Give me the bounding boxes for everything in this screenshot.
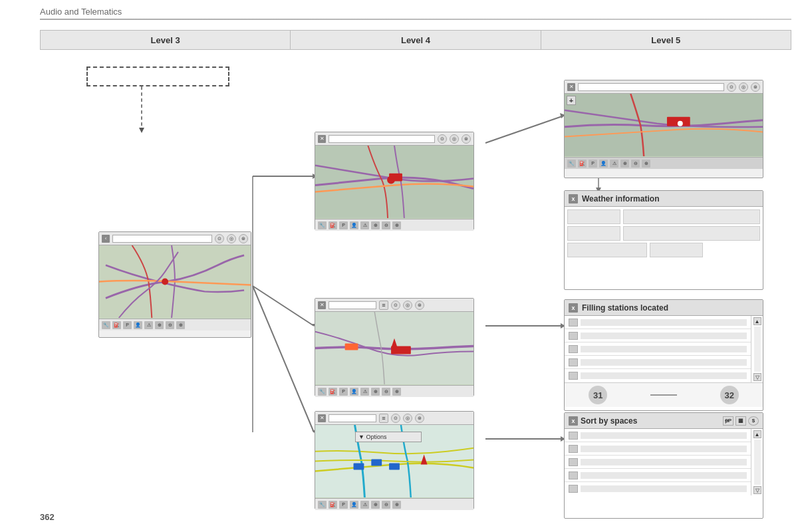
foot-icon5[interactable]: ⚠: [144, 321, 153, 329]
weather-cell5: [567, 243, 647, 257]
foot-icon1[interactable]: 🔧: [102, 321, 110, 329]
level4-mid-map-panel[interactable]: ✕ ≡ ⊙ ◎ ⊛ 🔧 ⛽ P 👤 ⚠ ⊕ ⊖ ⊕: [315, 298, 474, 396]
foot-b6[interactable]: ⊕: [371, 501, 380, 509]
level3-map-panel[interactable]: ‹ ⊙ ◎ ⊛ 🔧 ⛽ P 👤 ⚠ ⊕ ⊖ ⊕: [98, 231, 251, 338]
level4-top-icon1[interactable]: ⊙: [438, 134, 447, 144]
foot-icon7[interactable]: ⊖: [166, 321, 174, 329]
sort-icon-grid[interactable]: ▦: [735, 416, 746, 426]
filling-icon1: [569, 319, 578, 327]
foot-t1[interactable]: 🔧: [318, 221, 327, 229]
weather-title: Weather information: [582, 194, 659, 203]
level4-bottom-icon1[interactable]: ⊙: [391, 414, 400, 423]
foot-m6[interactable]: ⊕: [371, 388, 380, 396]
foot-m5[interactable]: ⚠: [360, 388, 369, 396]
zoom-plus-btn[interactable]: +: [567, 96, 576, 105]
level4-top-header: ✕ ⊙ ◎ ⊛: [315, 132, 473, 146]
filling-stations-panel: x Filling stations located: [564, 299, 763, 411]
level5-top-close[interactable]: ✕: [567, 83, 575, 91]
filling-scroll-down[interactable]: ▽: [753, 373, 761, 381]
level4-top-map-panel[interactable]: ✕ ⊙ ◎ ⊛ 🔧 ⛽ P 👤 ⚠ ⊕ ⊖ ⊕: [315, 132, 474, 230]
level4-bottom-map-panel[interactable]: ✕ ≡ ⊙ ◎ ⊛ ▼ Options 🔧 ⛽ P 👤 ⚠ ⊕ ⊖ ⊕: [315, 411, 474, 509]
foot-l5t4[interactable]: 👤: [599, 160, 608, 168]
foot-b2[interactable]: ⛽: [329, 501, 337, 509]
sort-list: [565, 429, 751, 495]
foot-t4[interactable]: 👤: [350, 221, 358, 229]
foot-b4[interactable]: 👤: [350, 501, 358, 509]
foot-l5t3[interactable]: P: [589, 160, 597, 168]
foot-t5[interactable]: ⚠: [360, 221, 369, 229]
sort-icon-s[interactable]: $: [748, 416, 759, 426]
svg-rect-28: [391, 346, 411, 354]
level4-bottom-close[interactable]: ✕: [318, 414, 326, 422]
foot-l5t8[interactable]: ⊕: [642, 160, 650, 168]
sort-header: x Sort by spaces ᵽP ▦ $: [565, 413, 763, 429]
foot-t6[interactable]: ⊕: [371, 221, 380, 229]
sort-text2: [581, 446, 747, 452]
foot-b7[interactable]: ⊖: [382, 501, 390, 509]
foot-t8[interactable]: ⊕: [392, 221, 401, 229]
foot-m8[interactable]: ⊕: [392, 388, 401, 396]
foot-icon6[interactable]: ⊕: [155, 321, 164, 329]
level3-input-bar: [112, 235, 212, 243]
page-title: Audio and Telematics: [40, 7, 122, 17]
dropdown-overlay: ▼ Options: [355, 432, 422, 442]
level4-bottom-icon2[interactable]: ◎: [403, 414, 412, 423]
foot-l5t2[interactable]: ⛽: [578, 160, 587, 168]
foot-icon4[interactable]: 👤: [134, 321, 142, 329]
level4-mid-map-area: [315, 312, 473, 385]
sort-spaces-panel: x Sort by spaces ᵽP ▦ $: [564, 412, 763, 519]
foot-b8[interactable]: ⊕: [392, 501, 401, 509]
sort-icon-p[interactable]: ᵽP: [723, 416, 733, 426]
level5-top-icon2[interactable]: ◎: [739, 82, 748, 92]
foot-b5[interactable]: ⚠: [360, 501, 369, 509]
foot-icon3[interactable]: P: [123, 321, 132, 329]
level4-mid-icon3[interactable]: ⊛: [415, 301, 424, 310]
sort-close-btn[interactable]: x: [569, 416, 578, 426]
level5-top-icon3[interactable]: ⊛: [751, 82, 760, 92]
level5-top-map-panel[interactable]: ✕ ⊙ ◎ ⊛ + 🔧 ⛽ P 👤 ⚠ ⊕ ⊖ ⊕: [564, 80, 763, 178]
foot-l5t5[interactable]: ⚠: [610, 160, 618, 168]
weather-cell1: [567, 209, 620, 224]
filling-text2: [581, 332, 747, 339]
foot-m1[interactable]: 🔧: [318, 388, 327, 396]
foot-l5t7[interactable]: ⊖: [631, 160, 640, 168]
sort-scrollbar: ▲ ▽: [751, 429, 763, 495]
svg-rect-30: [354, 464, 364, 470]
sort-scroll-down[interactable]: ▽: [753, 486, 761, 494]
sort-row5: [565, 482, 751, 495]
foot-l5t1[interactable]: 🔧: [567, 160, 576, 168]
level3-icon2[interactable]: ◎: [227, 234, 236, 243]
foot-m3[interactable]: P: [339, 388, 348, 396]
level4-mid-icon1[interactable]: ⊙: [391, 301, 400, 310]
foot-t2[interactable]: ⛽: [329, 221, 337, 229]
foot-l5t6[interactable]: ⊕: [620, 160, 629, 168]
level4-top-icon3[interactable]: ⊛: [462, 134, 471, 144]
foot-b1[interactable]: 🔧: [318, 501, 327, 509]
foot-m4[interactable]: 👤: [350, 388, 358, 396]
foot-icon2[interactable]: ⛽: [112, 321, 121, 329]
level4-mid-icon2[interactable]: ◎: [403, 301, 412, 310]
level4-mid-close[interactable]: ✕: [318, 301, 326, 309]
foot-t7[interactable]: ⊖: [382, 221, 390, 229]
weather-close-btn[interactable]: x: [569, 194, 578, 203]
sort-title: Sort by spaces: [581, 416, 637, 426]
level5-top-icon1[interactable]: ⊙: [727, 82, 736, 92]
sort-scroll-up[interactable]: ▲: [753, 430, 761, 438]
filling-scroll-up[interactable]: ▲: [753, 317, 761, 325]
level3-icon1[interactable]: ⊙: [215, 234, 224, 243]
level4-bottom-icon3[interactable]: ⊛: [415, 414, 424, 423]
foot-icon8[interactable]: ⊕: [176, 321, 185, 329]
level4-top-map-area: [315, 146, 473, 219]
foot-t3[interactable]: P: [339, 221, 348, 229]
level4-top-icon2[interactable]: ◎: [450, 134, 459, 144]
foot-m2[interactable]: ⛽: [329, 388, 337, 396]
foot-b3[interactable]: P: [339, 501, 348, 509]
sort-text3: [581, 459, 747, 466]
foot-m7[interactable]: ⊖: [382, 388, 390, 396]
level3-icon3[interactable]: ⊛: [239, 234, 248, 243]
level4-mid-list-icon[interactable]: ≡: [379, 301, 388, 310]
level4-top-close[interactable]: ✕: [318, 135, 326, 143]
level3-close-btn[interactable]: ‹: [102, 235, 110, 243]
level4-bottom-list-icon[interactable]: ≡: [379, 414, 388, 423]
filling-close-btn[interactable]: x: [569, 303, 578, 313]
